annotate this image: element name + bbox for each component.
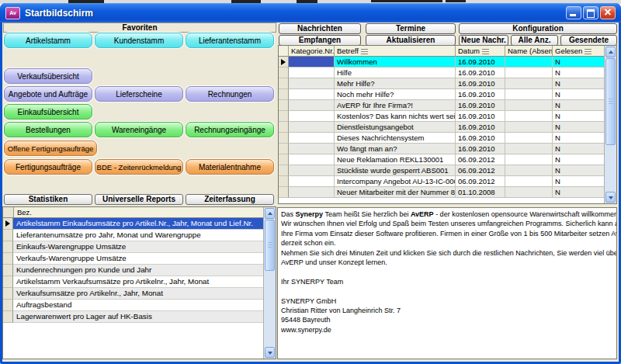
list-item[interactable]: Verkaufs-Warengruppe Umsätze — [3, 253, 264, 265]
window-title: Startbildschirm — [25, 8, 93, 19]
favorites-row-reports: Statistiken Universelle Reports Zeiterfa… — [2, 194, 276, 205]
list-item-label: Artikelstamm Einkaufsumsätze pro Artikel… — [13, 218, 264, 230]
minimize-icon[interactable] — [566, 6, 581, 19]
table-row[interactable]: Dienstleistungsangebot 16.09.2010 N — [279, 122, 605, 133]
table-row[interactable]: Wo fängt man an? 16.09.2010 N — [279, 144, 605, 154]
table-row[interactable]: Neuer Mitarbeiter mit der Nummer 8 01.10… — [279, 187, 605, 198]
offene-fertigungsauftraege-button[interactable]: Offene Fertigungsaufträge — [4, 140, 97, 156]
memo-lines: Wir wünschen Ihnen viel Erfolg und Spaß … — [281, 219, 616, 335]
verkaufsuebersicht-button[interactable]: Verkaufsübersicht — [4, 68, 92, 84]
table-row[interactable]: Intercompany Angebot AU-13-IC-00001 06.0… — [279, 176, 605, 187]
restore-icon[interactable] — [583, 6, 598, 19]
nachrichten-button[interactable]: Nachrichten — [279, 23, 361, 34]
konfiguration-button[interactable]: Konfiguration — [459, 23, 617, 34]
cell-name — [505, 165, 553, 176]
list-item[interactable]: Verkaufsumsätze pro Artikelnr., Jahr, Mo… — [3, 288, 264, 300]
scroll-up-icon[interactable] — [265, 208, 275, 219]
empfangen-button[interactable]: Empfangen — [279, 35, 361, 46]
cell-datum: 16.09.2010 — [456, 78, 505, 89]
table-row[interactable]: AvERP für Ihre Firma?! 16.09.2010 N — [279, 100, 605, 111]
cell-name — [505, 176, 553, 187]
cell-betreff: Stückliste wurde gesperrt ABS001 — [335, 165, 456, 176]
memo-line: Christian Ritter von Langheinrich Str. 7 — [281, 306, 616, 315]
zeiterfassung-button[interactable]: Zeiterfassung — [186, 194, 274, 205]
cell-kategorie — [289, 111, 335, 122]
cell-betreff: Dienstleistungsangebot — [335, 122, 456, 133]
fertigungsauftraege-button[interactable]: Fertigungsaufträge — [4, 159, 92, 175]
favorites-row-purchase-overview: Einkaufsübersicht — [2, 104, 276, 120]
bde-zeitenrueckmeldung-button[interactable]: BDE - Zeitenrückmeldung — [95, 159, 183, 175]
einkaufsuebersicht-button[interactable]: Einkaufsübersicht — [4, 104, 92, 120]
table-row[interactable]: Willkommen 16.09.2010 N — [279, 57, 605, 68]
list-item[interactable]: Auftragsbestand — [3, 300, 264, 311]
cell-datum: 16.09.2010 — [456, 144, 505, 154]
artikelstamm-button[interactable]: Artikelstamm — [4, 33, 92, 48]
list-item[interactable]: Lieferantenumsätze pro Jahr, Monat und W… — [3, 230, 264, 241]
table-row[interactable]: Kostenlos? Das kann nichts wert sein! 16… — [279, 111, 605, 122]
scrollbar-thumb[interactable] — [265, 220, 275, 271]
column-header-gelesen[interactable]: Gelesen — [553, 46, 605, 57]
table-row[interactable]: Noch mehr Hilfe? 16.09.2010 N — [279, 89, 605, 100]
row-marker-gutter — [3, 218, 13, 230]
list-item[interactable]: Kundenrechnungen pro Kunde und Jahr — [3, 265, 264, 276]
cell-gelesen: N — [553, 57, 605, 68]
column-header-name-absender[interactable]: Name (Absende — [505, 46, 553, 57]
row-marker-gutter — [279, 133, 289, 144]
scroll-up-icon[interactable] — [605, 47, 616, 57]
kundenstamm-button[interactable]: Kundenstamm — [95, 33, 183, 48]
list-item[interactable]: Artikelstamm Verkaufsumsätze pro Artikel… — [3, 276, 264, 288]
messages-table-scrollbar[interactable] — [604, 46, 616, 203]
memo-line: Ihr SYNERPY Team — [281, 277, 616, 286]
gesendete-button[interactable]: Gesendete — [560, 35, 617, 46]
table-row[interactable]: Stückliste wurde gesperrt ABS001 06.09.2… — [279, 165, 605, 176]
rechnungen-button[interactable]: Rechnungen — [186, 86, 274, 102]
cell-betreff: Willkommen — [335, 57, 456, 68]
list-item-label: Kundenrechnungen pro Kunde und Jahr — [13, 265, 264, 276]
table-row[interactable]: Dieses Nachrichtensystem 16.09.2010 N — [279, 133, 605, 144]
close-icon[interactable] — [600, 6, 616, 19]
statistiken-button[interactable]: Statistiken — [4, 194, 92, 205]
bestellungen-button[interactable]: Bestellungen — [4, 122, 92, 137]
cell-gelesen: N — [553, 111, 605, 122]
scroll-down-icon[interactable] — [605, 192, 616, 203]
list-item[interactable]: Lagerwarenwert pro Lager auf HK-Basis — [3, 311, 264, 323]
cell-datum: 16.09.2010 — [456, 133, 505, 144]
termine-button[interactable]: Termine — [366, 23, 456, 34]
message-body-memo[interactable]: Das Synerpy Team heißt Sie herzlich bei … — [277, 207, 617, 359]
wareneingaenge-button[interactable]: Wareneingänge — [95, 122, 183, 137]
table-row[interactable]: Mehr Hilfe? 16.09.2010 N — [279, 78, 605, 89]
rechnungseingaenge-button[interactable]: Rechnungseingänge — [186, 122, 274, 137]
table-row[interactable]: Neue Reklamation REKL130001 06.09.2012 N — [279, 154, 605, 165]
list-item[interactable]: Artikelstamm Einkaufsumsätze pro Artikel… — [3, 218, 264, 230]
cell-name — [505, 68, 553, 78]
alle-anzeigen-button[interactable]: Alle Anz. — [511, 35, 558, 46]
column-header-kategorie[interactable]: Kategorie.Nr. — [289, 46, 335, 57]
memo-line-welcome: Das Synerpy Team heißt Sie herzlich bei … — [281, 210, 616, 219]
scrollbar-thumb[interactable] — [605, 58, 616, 145]
averp-app-icon: Av — [5, 7, 20, 19]
messages-table-header-row: Kategorie.Nr. Betreff Datum Name (Absend… — [279, 46, 605, 57]
angebote-auftraege-button[interactable]: Angebote und Aufträge — [4, 86, 92, 102]
list-item-label: Verkaufsumsätze pro Artikelnr., Jahr, Mo… — [13, 288, 264, 300]
column-header-betreff[interactable]: Betreff — [335, 46, 456, 57]
aktualisieren-button[interactable]: Aktualisieren — [366, 35, 456, 46]
lieferscheine-button[interactable]: Lieferscheine — [95, 86, 183, 102]
row-marker-gutter — [279, 68, 289, 78]
memo-text-bold: Synerpy — [296, 210, 324, 218]
neue-nachrichten-button[interactable]: Neue Nachr. — [459, 35, 508, 46]
row-marker-gutter — [279, 154, 289, 165]
universelle-reports-button[interactable]: Universelle Reports — [95, 194, 183, 205]
scroll-down-icon[interactable] — [265, 347, 275, 358]
cell-name — [505, 122, 553, 133]
header-gutter — [279, 46, 289, 57]
report-list-scrollbar[interactable] — [263, 207, 276, 359]
table-row[interactable]: Hilfe 16.09.2010 N — [279, 68, 605, 78]
memo-text: - der kostenlosen opensource Warenwirtsc… — [434, 210, 616, 218]
list-item[interactable]: Einkaufs-Warengruppe Umsätze — [3, 241, 264, 253]
column-header-datum[interactable]: Datum — [456, 46, 505, 57]
lieferantenstamm-button[interactable]: Lieferantenstamm — [186, 33, 274, 48]
memo-line — [281, 267, 616, 276]
report-list-header-bez[interactable]: Bez. — [14, 207, 264, 218]
row-marker-gutter — [279, 176, 289, 187]
materialentnahme-button[interactable]: Materialentnahme — [186, 159, 274, 175]
